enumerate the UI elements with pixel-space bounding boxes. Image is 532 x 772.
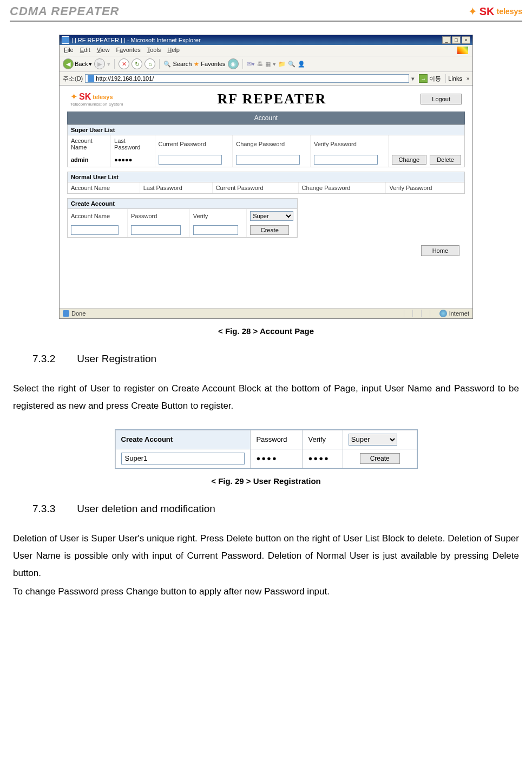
new-password-input[interactable] [131, 225, 181, 235]
menu-edit[interactable]: Edit [80, 47, 90, 54]
toolbar-misc-icon[interactable]: ✉▾ [247, 61, 255, 68]
menu-file[interactable]: FFileile [64, 47, 74, 54]
last-pw-cell: ●●●●● [111, 153, 155, 167]
fig29-h2: Password [251, 430, 303, 449]
flame-icon: ✦ [468, 5, 477, 18]
page-content: ✦ SK telesys Telecommunication System RF… [60, 86, 472, 308]
fig29-table-wrap: Create Account Password Verify Super ●●●… [115, 429, 418, 469]
col-change-pw: Change Password [298, 182, 386, 193]
maximize-button[interactable]: □ [452, 36, 461, 44]
section-num: 7.3.2 [32, 353, 55, 365]
new-account-input[interactable] [71, 225, 119, 235]
menu-help[interactable]: Help [167, 47, 180, 54]
toolbar-edit-icon[interactable]: ▦ [265, 61, 271, 68]
flame-icon: ✦ [70, 91, 77, 102]
windows-flag-icon [457, 47, 468, 54]
favorites-button[interactable]: ★Favorites [194, 61, 225, 68]
fig28-screenshot: | | RF REPEATER | | - Microsoft Internet… [59, 35, 473, 319]
address-dropdown[interactable]: ▾ [411, 75, 415, 82]
search-button[interactable]: 🔍Search [163, 61, 192, 68]
para-732: Select the right of User to register on … [13, 380, 519, 415]
fig29-select[interactable]: Super [349, 434, 397, 446]
create-button[interactable]: Create [250, 225, 289, 235]
para-733a: Deletion of User is Super User's unique … [13, 530, 519, 583]
address-input[interactable]: http://192.168.10.101/ [85, 74, 409, 83]
fig29-account-input[interactable] [121, 453, 245, 464]
menu-view[interactable]: View [97, 47, 110, 54]
logo-telesys-text: telesys [497, 7, 522, 16]
fig29-caption: < Fig. 29 > User Registration [0, 476, 532, 486]
change-pw-input[interactable] [236, 155, 300, 165]
normal-user-title: Normal User List [68, 172, 464, 182]
home-row: Home [67, 242, 465, 259]
page-header: CDMA REPEATER ✦ SK telesys [0, 0, 532, 21]
ie-toolbar: ◀ Back ▾ ▶ ▾ ✕ ↻ ⌂ 🔍Search ★Favorites ◉ … [60, 56, 472, 72]
section-733: 7.3.3 User deletion and modification [32, 503, 500, 515]
normal-user-table: Account Name Last Password Current Passw… [68, 182, 464, 193]
verify-pw-input[interactable] [314, 155, 378, 165]
current-pw-input[interactable] [159, 155, 222, 165]
page-icon [88, 75, 94, 82]
stop-button[interactable]: ✕ [119, 58, 129, 69]
home-button[interactable]: ⌂ [145, 58, 155, 69]
rf-header: ✦ SK telesys Telecommunication System RF… [67, 89, 465, 112]
rf-logo-telesys: telesys [93, 94, 113, 100]
toolbar-folder-icon[interactable]: 📁 [278, 61, 286, 68]
new-verify-input[interactable] [193, 225, 238, 235]
col-password: Password [127, 209, 189, 223]
home-button[interactable]: Home [421, 245, 459, 256]
refresh-button[interactable]: ↻ [132, 58, 142, 69]
status-cell [412, 310, 420, 317]
fig29-password-cell: ●●●● [251, 449, 303, 468]
minimize-button[interactable]: _ [442, 36, 451, 44]
ie-statusbar: Done Internet [60, 308, 472, 318]
menu-tools[interactable]: Tools [147, 47, 161, 54]
doc-title: CDMA REPEATER [10, 4, 119, 18]
para-733b: To change Password press Change button t… [13, 583, 519, 600]
account-header: Account [67, 112, 465, 125]
table-row: Create [68, 223, 297, 237]
go-icon: → [419, 74, 428, 83]
back-button[interactable]: ◀ Back ▾ [63, 58, 92, 69]
rf-page-title: RF REPEATER [123, 91, 421, 107]
menu-favorites[interactable]: Favorites [116, 47, 140, 54]
fig29-h3: Verify [303, 430, 343, 449]
address-url: http://192.168.10.101/ [96, 75, 154, 82]
delete-button[interactable]: Delete [430, 155, 461, 165]
section-title: User Registration [77, 353, 156, 365]
super-user-section: Super User List Account Name Last Passwo… [67, 125, 465, 167]
go-button[interactable]: → 이동 [417, 74, 443, 83]
links-button[interactable]: Links [445, 74, 464, 83]
logout-button[interactable]: Logout [421, 94, 462, 104]
toolbar-print-icon[interactable]: 🖶 [257, 61, 263, 67]
ie-menubar: FFileile Edit View Favorites Tools Help [60, 45, 472, 56]
ie-window: | | RF REPEATER | | - Microsoft Internet… [59, 35, 473, 319]
fig29-verify-cell: ●●●● [303, 449, 343, 468]
col-last-pw: Last Password [111, 135, 155, 153]
col-verify-pw: Verify Password [386, 182, 464, 193]
close-button[interactable]: × [462, 36, 470, 44]
col-verify: Verify [189, 209, 246, 223]
toolbar-separator [159, 59, 160, 69]
toolbar-separator [114, 59, 115, 69]
user-type-select[interactable]: Super [250, 211, 293, 221]
status-done: Done [71, 310, 86, 317]
create-account-section: Create Account Account Name Password Ver… [67, 198, 298, 238]
col-account: Account Name [68, 182, 140, 193]
toolbar-messenger-icon[interactable]: 👤 [298, 61, 305, 68]
col-current-pw: Current Password [212, 182, 298, 193]
header-divider [10, 21, 522, 22]
media-button[interactable]: ◉ [228, 58, 239, 69]
toolbar-zoom-icon[interactable]: 🔍 [288, 61, 295, 68]
col-last-pw: Last Password [140, 182, 212, 193]
ie-titlebar: | | RF REPEATER | | - Microsoft Internet… [60, 35, 472, 45]
change-button[interactable]: Change [392, 155, 427, 165]
col-verify-pw: Verify Password [310, 135, 388, 153]
status-cell [404, 310, 411, 317]
status-page-icon [63, 310, 69, 317]
forward-button[interactable]: ▶ [94, 58, 105, 69]
search-icon: 🔍 [163, 61, 171, 68]
fig29-create-button[interactable]: Create [360, 453, 400, 464]
normal-user-section: Normal User List Account Name Last Passw… [67, 172, 465, 194]
super-user-title: Super User List [68, 125, 464, 135]
